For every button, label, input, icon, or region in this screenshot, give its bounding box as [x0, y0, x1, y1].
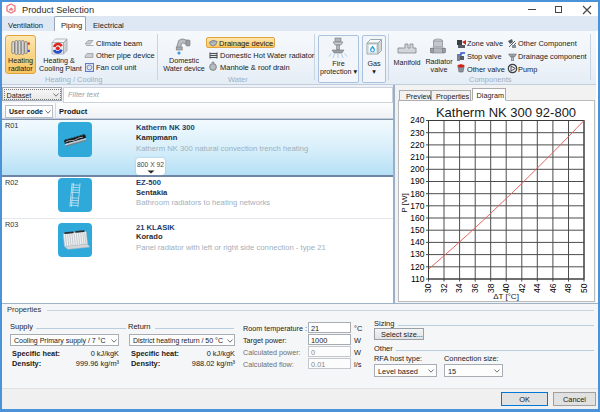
svg-text:180: 180	[410, 189, 424, 199]
svg-text:120: 120	[410, 262, 424, 272]
svg-text:44: 44	[532, 283, 542, 293]
svg-text:220: 220	[410, 140, 424, 150]
svg-text:170: 170	[410, 201, 424, 211]
svg-text:36: 36	[470, 283, 480, 293]
svg-text:140: 140	[410, 237, 424, 247]
svg-text:ΔT [°C]: ΔT [°C]	[493, 292, 519, 301]
svg-text:230: 230	[410, 128, 424, 138]
svg-text:110: 110	[411, 274, 425, 284]
svg-text:30: 30	[423, 283, 433, 293]
svg-text:Katherm NK 300 92-800: Katherm NK 300 92-800	[436, 105, 576, 120]
svg-text:160: 160	[410, 213, 424, 223]
svg-text:130: 130	[410, 249, 424, 259]
svg-text:200: 200	[410, 164, 424, 174]
svg-text:P [W]: P [W]	[400, 193, 409, 212]
svg-text:50: 50	[579, 283, 589, 293]
svg-text:190: 190	[410, 176, 424, 186]
svg-text:210: 210	[410, 152, 424, 162]
svg-text:46: 46	[548, 283, 558, 293]
svg-text:150: 150	[410, 225, 424, 235]
svg-text:34: 34	[454, 283, 464, 293]
svg-text:48: 48	[563, 283, 573, 293]
svg-text:32: 32	[439, 283, 449, 293]
svg-text:240: 240	[410, 115, 424, 125]
